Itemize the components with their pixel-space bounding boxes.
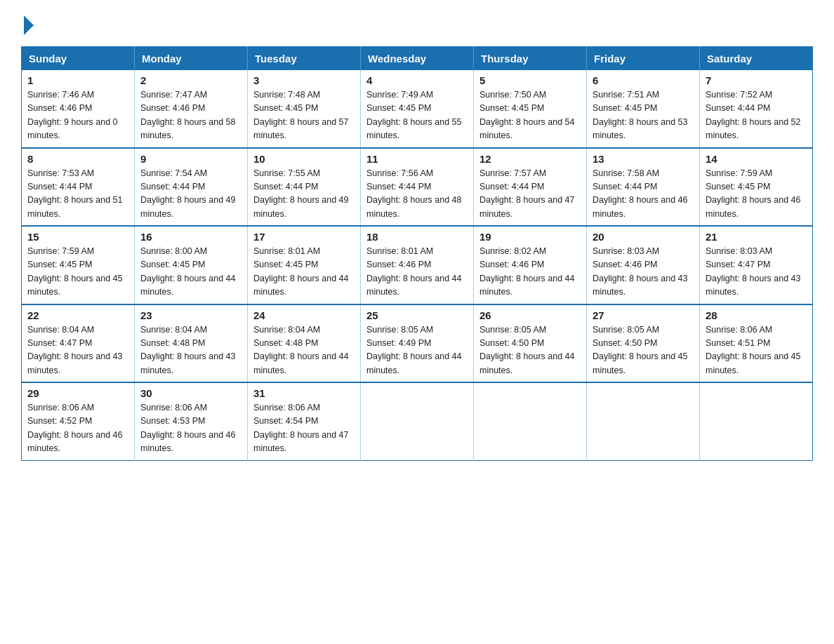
calendar-cell: 28Sunrise: 8:06 AMSunset: 4:51 PMDayligh… bbox=[700, 304, 813, 383]
day-info: Sunrise: 8:00 AMSunset: 4:45 PMDaylight:… bbox=[140, 246, 236, 297]
week-row-2: 8Sunrise: 7:53 AMSunset: 4:44 PMDaylight… bbox=[22, 148, 813, 227]
day-number: 18 bbox=[366, 231, 468, 243]
calendar-cell: 29Sunrise: 8:06 AMSunset: 4:52 PMDayligh… bbox=[22, 382, 135, 460]
calendar-cell: 31Sunrise: 8:06 AMSunset: 4:54 PMDayligh… bbox=[248, 382, 361, 460]
day-number: 15 bbox=[27, 231, 128, 243]
day-number: 17 bbox=[253, 231, 355, 243]
day-number: 10 bbox=[253, 153, 355, 165]
day-number: 5 bbox=[479, 74, 581, 86]
day-number: 25 bbox=[366, 309, 468, 321]
calendar-cell: 17Sunrise: 8:01 AMSunset: 4:45 PMDayligh… bbox=[248, 226, 361, 304]
day-number: 12 bbox=[479, 153, 581, 165]
week-row-1: 1Sunrise: 7:46 AMSunset: 4:46 PMDaylight… bbox=[22, 70, 813, 148]
calendar-cell: 2Sunrise: 7:47 AMSunset: 4:46 PMDaylight… bbox=[135, 70, 248, 148]
day-number: 7 bbox=[706, 74, 807, 86]
logo-arrow-icon bbox=[24, 15, 34, 35]
day-number: 26 bbox=[479, 309, 581, 321]
col-header-thursday: Thursday bbox=[474, 47, 587, 71]
week-row-5: 29Sunrise: 8:06 AMSunset: 4:52 PMDayligh… bbox=[22, 382, 813, 460]
calendar-cell: 11Sunrise: 7:56 AMSunset: 4:44 PMDayligh… bbox=[361, 148, 474, 227]
calendar-cell bbox=[587, 382, 700, 460]
calendar-cell: 9Sunrise: 7:54 AMSunset: 4:44 PMDaylight… bbox=[135, 148, 248, 227]
calendar-cell: 25Sunrise: 8:05 AMSunset: 4:49 PMDayligh… bbox=[361, 304, 474, 383]
day-info: Sunrise: 8:05 AMSunset: 4:50 PMDaylight:… bbox=[593, 325, 688, 375]
day-info: Sunrise: 7:48 AMSunset: 4:45 PMDaylight:… bbox=[253, 90, 349, 140]
calendar-cell: 8Sunrise: 7:53 AMSunset: 4:44 PMDaylight… bbox=[22, 148, 135, 227]
day-number: 23 bbox=[140, 309, 241, 321]
calendar-cell: 24Sunrise: 8:04 AMSunset: 4:48 PMDayligh… bbox=[248, 304, 361, 383]
day-info: Sunrise: 8:06 AMSunset: 4:53 PMDaylight:… bbox=[140, 403, 236, 453]
day-info: Sunrise: 7:53 AMSunset: 4:44 PMDaylight:… bbox=[27, 168, 123, 219]
day-info: Sunrise: 7:59 AMSunset: 4:45 PMDaylight:… bbox=[706, 168, 801, 219]
day-number: 22 bbox=[27, 309, 128, 321]
day-number: 31 bbox=[253, 387, 355, 399]
day-info: Sunrise: 7:57 AMSunset: 4:44 PMDaylight:… bbox=[479, 168, 575, 219]
col-header-monday: Monday bbox=[135, 47, 248, 71]
day-number: 20 bbox=[593, 231, 694, 243]
calendar-cell: 23Sunrise: 8:04 AMSunset: 4:48 PMDayligh… bbox=[135, 304, 248, 383]
day-info: Sunrise: 7:50 AMSunset: 4:45 PMDaylight:… bbox=[479, 90, 575, 140]
col-header-saturday: Saturday bbox=[700, 47, 813, 71]
day-number: 29 bbox=[27, 387, 128, 399]
day-info: Sunrise: 7:47 AMSunset: 4:46 PMDaylight:… bbox=[140, 90, 236, 140]
calendar-cell: 3Sunrise: 7:48 AMSunset: 4:45 PMDaylight… bbox=[248, 70, 361, 148]
day-info: Sunrise: 7:49 AMSunset: 4:45 PMDaylight:… bbox=[366, 90, 462, 140]
calendar-cell: 14Sunrise: 7:59 AMSunset: 4:45 PMDayligh… bbox=[700, 148, 813, 227]
day-number: 8 bbox=[27, 153, 128, 165]
day-number: 16 bbox=[140, 231, 241, 243]
calendar-cell: 26Sunrise: 8:05 AMSunset: 4:50 PMDayligh… bbox=[474, 304, 587, 383]
day-info: Sunrise: 8:06 AMSunset: 4:51 PMDaylight:… bbox=[706, 325, 801, 375]
day-info: Sunrise: 8:06 AMSunset: 4:54 PMDaylight:… bbox=[253, 403, 349, 453]
calendar-cell: 10Sunrise: 7:55 AMSunset: 4:44 PMDayligh… bbox=[248, 148, 361, 227]
calendar-cell: 16Sunrise: 8:00 AMSunset: 4:45 PMDayligh… bbox=[135, 226, 248, 304]
day-info: Sunrise: 7:56 AMSunset: 4:44 PMDaylight:… bbox=[366, 168, 462, 219]
calendar-cell: 22Sunrise: 8:04 AMSunset: 4:47 PMDayligh… bbox=[22, 304, 135, 383]
day-number: 3 bbox=[253, 74, 355, 86]
day-info: Sunrise: 7:59 AMSunset: 4:45 PMDaylight:… bbox=[27, 246, 123, 297]
day-number: 14 bbox=[706, 153, 807, 165]
day-number: 9 bbox=[140, 153, 241, 165]
week-row-4: 22Sunrise: 8:04 AMSunset: 4:47 PMDayligh… bbox=[22, 304, 813, 383]
day-number: 19 bbox=[479, 231, 581, 243]
calendar-cell: 4Sunrise: 7:49 AMSunset: 4:45 PMDaylight… bbox=[361, 70, 474, 148]
calendar-cell: 15Sunrise: 7:59 AMSunset: 4:45 PMDayligh… bbox=[22, 226, 135, 304]
day-number: 6 bbox=[593, 74, 694, 86]
day-info: Sunrise: 7:51 AMSunset: 4:45 PMDaylight:… bbox=[593, 90, 688, 140]
calendar-cell: 13Sunrise: 7:58 AMSunset: 4:44 PMDayligh… bbox=[587, 148, 700, 227]
day-info: Sunrise: 7:52 AMSunset: 4:44 PMDaylight:… bbox=[706, 90, 801, 140]
calendar-table: SundayMondayTuesdayWednesdayThursdayFrid… bbox=[21, 46, 813, 461]
day-number: 30 bbox=[140, 387, 241, 399]
day-info: Sunrise: 8:01 AMSunset: 4:46 PMDaylight:… bbox=[366, 246, 462, 297]
calendar-cell bbox=[361, 382, 474, 460]
calendar-cell: 12Sunrise: 7:57 AMSunset: 4:44 PMDayligh… bbox=[474, 148, 587, 227]
day-info: Sunrise: 8:01 AMSunset: 4:45 PMDaylight:… bbox=[253, 246, 349, 297]
day-number: 4 bbox=[366, 74, 468, 86]
day-info: Sunrise: 7:55 AMSunset: 4:44 PMDaylight:… bbox=[253, 168, 349, 219]
calendar-cell: 19Sunrise: 8:02 AMSunset: 4:46 PMDayligh… bbox=[474, 226, 587, 304]
day-info: Sunrise: 8:04 AMSunset: 4:47 PMDaylight:… bbox=[27, 325, 123, 375]
day-info: Sunrise: 8:04 AMSunset: 4:48 PMDaylight:… bbox=[253, 325, 349, 375]
calendar-cell: 6Sunrise: 7:51 AMSunset: 4:45 PMDaylight… bbox=[587, 70, 700, 148]
calendar-cell: 27Sunrise: 8:05 AMSunset: 4:50 PMDayligh… bbox=[587, 304, 700, 383]
calendar-cell bbox=[474, 382, 587, 460]
calendar-cell: 20Sunrise: 8:03 AMSunset: 4:46 PMDayligh… bbox=[587, 226, 700, 304]
day-info: Sunrise: 8:02 AMSunset: 4:46 PMDaylight:… bbox=[479, 246, 575, 297]
col-header-friday: Friday bbox=[587, 47, 700, 71]
calendar-cell: 5Sunrise: 7:50 AMSunset: 4:45 PMDaylight… bbox=[474, 70, 587, 148]
logo bbox=[21, 14, 34, 32]
calendar-cell: 1Sunrise: 7:46 AMSunset: 4:46 PMDaylight… bbox=[22, 70, 135, 148]
col-header-tuesday: Tuesday bbox=[248, 47, 361, 71]
day-info: Sunrise: 8:03 AMSunset: 4:46 PMDaylight:… bbox=[593, 246, 688, 297]
day-number: 1 bbox=[27, 74, 128, 86]
header-row: SundayMondayTuesdayWednesdayThursdayFrid… bbox=[22, 47, 813, 71]
calendar-cell: 18Sunrise: 8:01 AMSunset: 4:46 PMDayligh… bbox=[361, 226, 474, 304]
day-info: Sunrise: 7:58 AMSunset: 4:44 PMDaylight:… bbox=[593, 168, 688, 219]
day-info: Sunrise: 8:06 AMSunset: 4:52 PMDaylight:… bbox=[27, 403, 123, 453]
page-header bbox=[21, 14, 813, 32]
day-info: Sunrise: 8:04 AMSunset: 4:48 PMDaylight:… bbox=[140, 325, 236, 375]
day-number: 27 bbox=[593, 309, 694, 321]
day-info: Sunrise: 7:54 AMSunset: 4:44 PMDaylight:… bbox=[140, 168, 236, 219]
day-number: 21 bbox=[706, 231, 807, 243]
calendar-cell: 30Sunrise: 8:06 AMSunset: 4:53 PMDayligh… bbox=[135, 382, 248, 460]
col-header-sunday: Sunday bbox=[22, 47, 135, 71]
